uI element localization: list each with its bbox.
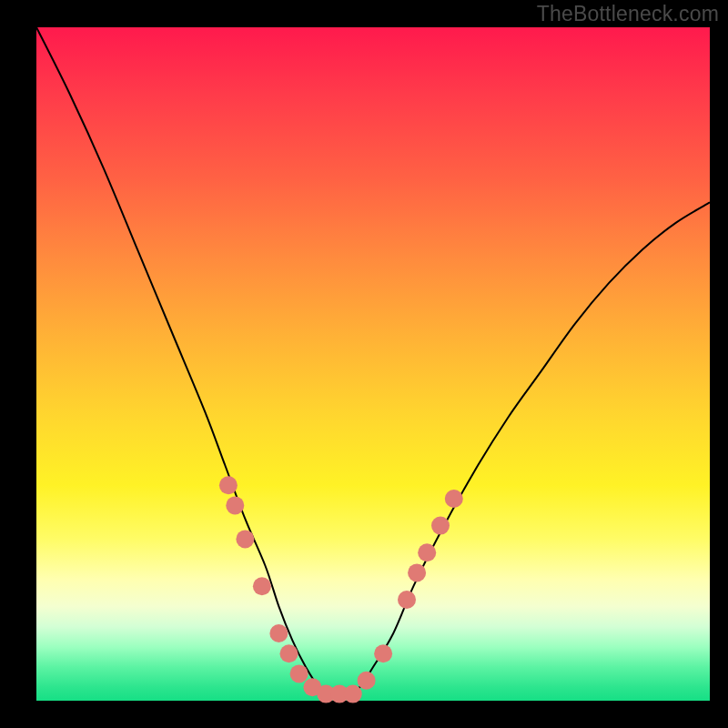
curve-marker <box>398 591 416 609</box>
bottleneck-curve <box>36 27 710 695</box>
curve-marker <box>418 543 436 561</box>
curve-marker <box>280 644 298 662</box>
curve-marker <box>236 530 254 548</box>
curve-marker <box>226 496 244 514</box>
watermark-text: TheBottleneck.com <box>537 2 719 26</box>
curve-marker <box>253 577 271 595</box>
curve-svg <box>36 27 710 701</box>
curve-marker <box>445 490 463 508</box>
curve-marker <box>408 563 426 581</box>
marker-group <box>219 476 463 703</box>
curve-marker <box>290 664 308 682</box>
curve-marker <box>219 476 238 494</box>
curve-marker <box>431 517 450 535</box>
curve-marker <box>374 644 392 662</box>
curve-marker <box>269 624 288 642</box>
curve-marker <box>344 685 362 703</box>
plot-area <box>36 27 710 701</box>
chart-frame: TheBottleneck.com <box>0 0 728 728</box>
curve-marker <box>358 672 376 690</box>
